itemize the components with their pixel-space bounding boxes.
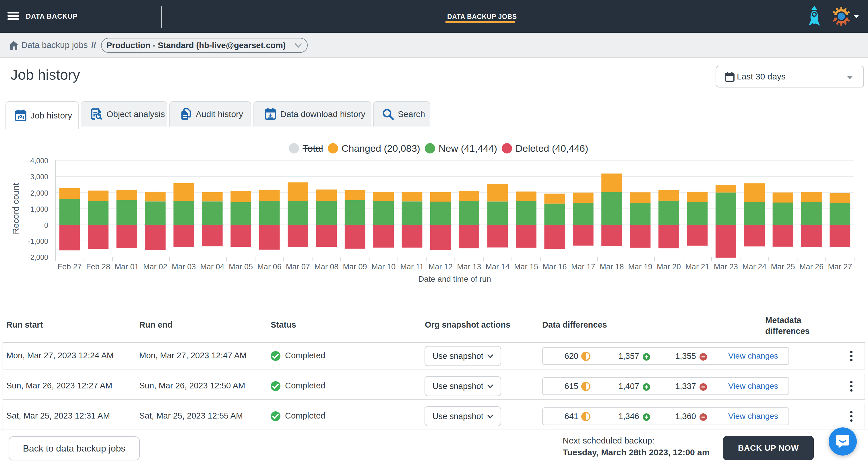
svg-text:Mar 03: Mar 03 — [172, 263, 196, 271]
svg-text:Feb 28: Feb 28 — [86, 263, 110, 271]
svg-text:Mar 18: Mar 18 — [600, 263, 624, 271]
svg-text:-1,000: -1,000 — [28, 237, 48, 245]
svg-text:-2,000: -2,000 — [28, 253, 48, 261]
svg-text:Mar 10: Mar 10 — [371, 263, 396, 271]
svg-text:Record count: Record count — [11, 183, 20, 234]
svg-text:Mar 26: Mar 26 — [799, 263, 824, 271]
svg-text:1,000: 1,000 — [30, 205, 48, 213]
svg-text:Date and time of run: Date and time of run — [418, 274, 491, 284]
svg-text:Mar 19: Mar 19 — [628, 263, 652, 271]
svg-text:Mar 15: Mar 15 — [514, 263, 538, 271]
svg-text:3,000: 3,000 — [30, 173, 48, 181]
svg-text:Mar 06: Mar 06 — [257, 263, 281, 271]
svg-text:Mar 14: Mar 14 — [486, 263, 510, 271]
svg-text:4,000: 4,000 — [30, 157, 48, 165]
svg-text:Mar 01: Mar 01 — [115, 263, 138, 271]
svg-text:0: 0 — [44, 221, 48, 229]
svg-text:Mar 13: Mar 13 — [457, 263, 481, 271]
svg-text:Mar 16: Mar 16 — [542, 263, 567, 271]
svg-text:Mar 17: Mar 17 — [571, 263, 595, 271]
svg-text:Feb 27: Feb 27 — [58, 263, 82, 271]
svg-text:Mar 21: Mar 21 — [685, 263, 709, 271]
svg-text:Mar 09: Mar 09 — [343, 263, 367, 271]
svg-text:Mar 04: Mar 04 — [200, 263, 224, 271]
svg-text:Mar 25: Mar 25 — [771, 263, 795, 271]
svg-text:Mar 05: Mar 05 — [229, 263, 253, 271]
svg-text:Mar 12: Mar 12 — [429, 263, 453, 271]
svg-text:Mar 08: Mar 08 — [314, 263, 338, 271]
svg-text:Mar 24: Mar 24 — [742, 263, 766, 271]
svg-text:Mar 20: Mar 20 — [657, 263, 681, 271]
svg-text:Mar 27: Mar 27 — [828, 263, 852, 271]
svg-text:Mar 23: Mar 23 — [714, 263, 738, 271]
svg-text:2,000: 2,000 — [30, 189, 48, 197]
svg-text:Mar 11: Mar 11 — [400, 263, 424, 271]
svg-text:Mar 07: Mar 07 — [286, 263, 310, 271]
svg-text:Mar 02: Mar 02 — [143, 263, 167, 271]
